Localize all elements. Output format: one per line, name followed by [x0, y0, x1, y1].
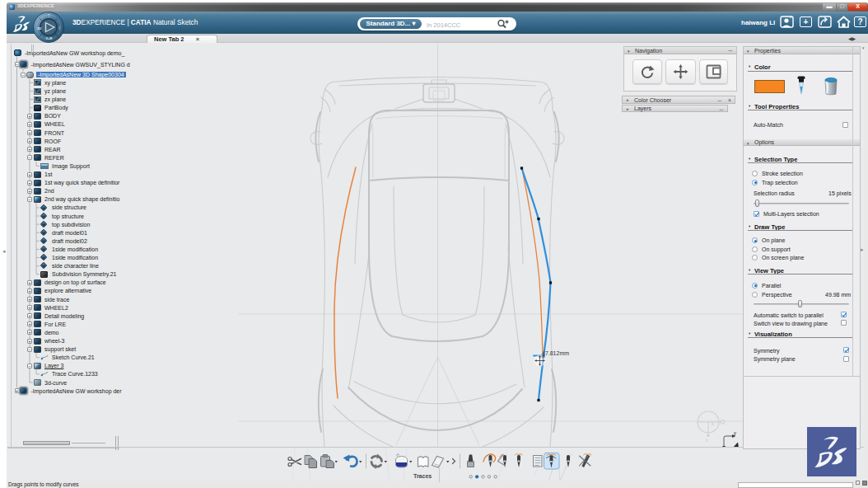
svg-text:o: o [712, 422, 714, 426]
svg-text:z: z [706, 439, 708, 443]
svg-text:y: y [734, 430, 736, 435]
svg-text:3D: 3D [37, 26, 41, 30]
svg-text:T: T [48, 14, 50, 18]
svg-text:V+R: V+R [46, 36, 53, 40]
svg-text:47.812mm: 47.812mm [542, 350, 569, 356]
